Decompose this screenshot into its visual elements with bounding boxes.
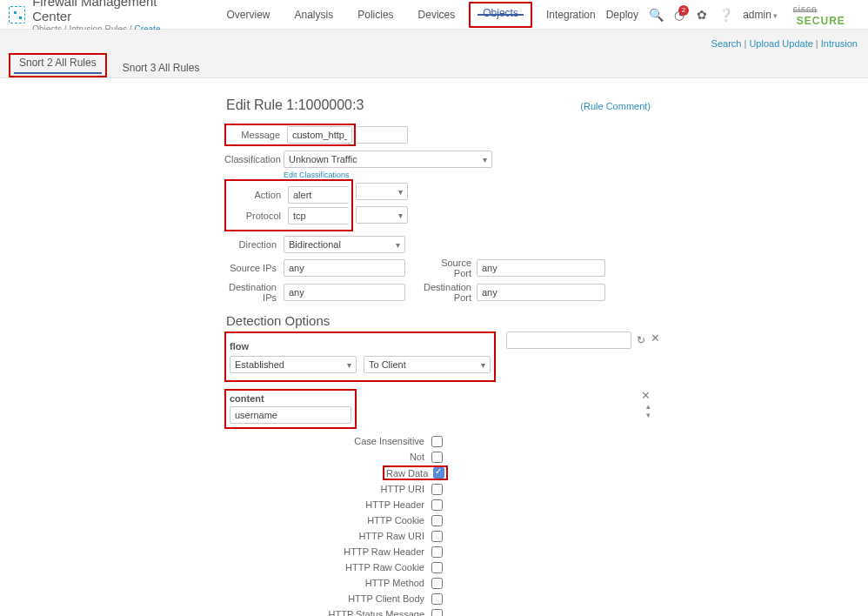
opt-http-uri-label: HTTP URI xyxy=(224,484,424,494)
content-up-icon[interactable]: ▴ xyxy=(646,403,651,411)
settings-icon[interactable]: ✿ xyxy=(696,8,708,22)
opt-http-header-label: HTTP Header xyxy=(224,499,424,510)
label-dst-ips: Destination IPs xyxy=(224,282,277,303)
opt-http-header[interactable] xyxy=(431,499,443,511)
label-src-port: Source Port xyxy=(421,258,471,278)
nav-analysis[interactable]: Analysis xyxy=(284,0,344,29)
content-title: content xyxy=(230,393,264,404)
page-title: Edit Rule 1:1000000:3 xyxy=(226,97,580,113)
tab-snort2[interactable]: Snort 2 All Rules xyxy=(14,51,102,72)
opt-http-raw-cookie-label: HTTP Raw Cookie xyxy=(224,562,424,572)
search-icon[interactable]: 🔍 xyxy=(649,8,663,22)
opt-case-insensitive[interactable] xyxy=(431,436,443,447)
opt-http-raw-uri-label: HTTP Raw URI xyxy=(224,531,424,541)
opt-raw-data-label: Raw Data xyxy=(386,468,428,479)
label-action: Action xyxy=(229,190,281,200)
opt-not[interactable] xyxy=(431,452,443,463)
snort2-highlight: Snort 2 All Rules xyxy=(9,53,107,77)
dst-ips-input[interactable] xyxy=(284,284,405,301)
nav-objects-highlight: Objects xyxy=(469,2,532,28)
flow-established-select[interactable]: Established▾ xyxy=(230,356,357,373)
header-right: Deploy 🔍 ◔2 ✿ ❔ admin▾ cisco SECURE xyxy=(606,3,863,27)
opt-http-status-msg-label: HTTP Status Message xyxy=(224,609,424,616)
opt-http-raw-header-label: HTTP Raw Header xyxy=(224,546,424,557)
direction-select[interactable]: Bidirectional▾ xyxy=(284,236,405,253)
notification-badge: 2 xyxy=(678,5,689,16)
opt-raw-data[interactable] xyxy=(433,467,444,479)
action-protocol-highlight: Action alert Protocol tcp xyxy=(224,179,353,231)
protocol-select-arrow[interactable]: ▾ xyxy=(356,206,408,224)
opt-http-uri[interactable] xyxy=(431,484,443,495)
nav-devices[interactable]: Devices xyxy=(408,0,466,29)
link-search[interactable]: Search xyxy=(711,38,742,49)
nav-policies[interactable]: Policies xyxy=(347,0,404,29)
src-ips-input[interactable] xyxy=(284,259,405,277)
message-input[interactable] xyxy=(287,126,352,144)
opt-http-cookie-label: HTTP Cookie xyxy=(224,515,424,526)
opt-http-status-msg[interactable] xyxy=(431,609,443,617)
content-input[interactable] xyxy=(230,406,351,424)
flow-toclient-select[interactable]: To Client▾ xyxy=(364,356,491,373)
label-classification: Classification xyxy=(224,154,277,164)
main-nav: Overview Analysis Policies Devices Objec… xyxy=(217,0,606,29)
user-menu[interactable]: admin▾ xyxy=(743,9,778,21)
label-direction: Direction xyxy=(224,239,277,250)
flow-highlight: flow Established▾ To Client▾ xyxy=(224,331,496,382)
rule-comment-link[interactable]: (Rule Comment) xyxy=(580,101,651,111)
opt-http-cookie[interactable] xyxy=(431,515,443,526)
link-upload-update[interactable]: Upload Update xyxy=(749,38,812,49)
notifications-icon[interactable]: ◔2 xyxy=(673,8,685,22)
raw-data-highlight: Raw Data xyxy=(383,465,448,480)
protocol-select[interactable]: tcp xyxy=(288,207,349,224)
app-logo xyxy=(9,6,25,23)
opt-http-raw-uri[interactable] xyxy=(431,531,443,542)
opt-http-client-body-label: HTTP Client Body xyxy=(224,593,424,604)
opt-http-client-body[interactable] xyxy=(431,593,443,605)
link-intrusion[interactable]: Intrusion xyxy=(821,38,858,49)
nav-objects[interactable]: Objects xyxy=(472,7,529,19)
label-protocol: Protocol xyxy=(229,211,281,221)
flow-extra-select[interactable] xyxy=(506,331,631,349)
detection-options-heading: Detection Options xyxy=(226,313,651,328)
message-highlight: Message xyxy=(224,124,356,146)
opt-http-method[interactable] xyxy=(431,578,443,589)
help-icon[interactable]: ❔ xyxy=(718,8,732,22)
label-dst-port: Destination Port xyxy=(421,282,471,303)
dst-port-input[interactable] xyxy=(477,284,605,301)
brand-block: cisco SECURE xyxy=(793,3,863,27)
app-title: Firewall Management Center xyxy=(32,0,191,23)
content-down-icon[interactable]: ▾ xyxy=(646,412,651,419)
nav-overview[interactable]: Overview xyxy=(217,0,281,29)
content-close-icon[interactable]: ✕ xyxy=(641,389,651,402)
deploy-menu[interactable]: Deploy xyxy=(606,9,638,21)
label-src-ips: Source IPs xyxy=(224,263,277,273)
action-select[interactable]: alert xyxy=(288,186,349,204)
classification-select[interactable]: Unknown Traffic▾ xyxy=(284,151,492,168)
flow-close-icon[interactable]: ✕ xyxy=(651,331,660,345)
opt-case-insensitive-label: Case Insensitive xyxy=(224,436,424,446)
sub-links: Search | Upload Update | Intrusion xyxy=(711,38,858,49)
message-input-ext[interactable] xyxy=(356,126,408,144)
content-highlight: content xyxy=(224,389,357,429)
opt-not-label: Not xyxy=(224,452,424,462)
src-port-input[interactable] xyxy=(477,259,605,277)
opt-http-raw-cookie[interactable] xyxy=(431,562,443,573)
edit-classifications-link[interactable]: Edit Classifications xyxy=(284,171,651,179)
label-message: Message xyxy=(228,130,280,140)
tab-snort3[interactable]: Snort 3 All Rules xyxy=(117,57,205,77)
opt-http-method-label: HTTP Method xyxy=(224,578,424,588)
opt-http-raw-header[interactable] xyxy=(431,546,443,558)
nav-integration[interactable]: Integration xyxy=(536,0,606,29)
flow-title: flow xyxy=(230,341,249,352)
flow-refresh-icon[interactable]: ↻ xyxy=(637,334,645,346)
action-select-arrow[interactable]: ▾ xyxy=(356,183,408,200)
